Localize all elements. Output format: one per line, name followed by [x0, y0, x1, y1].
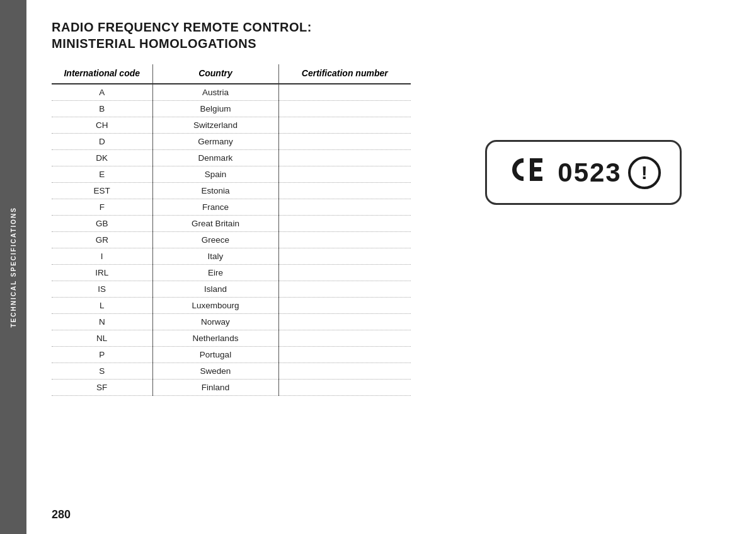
page-number: 280 [52, 504, 731, 521]
col-header-country: Country [152, 64, 278, 84]
table-row: IItaly [52, 248, 411, 265]
cell-intl-code: DK [52, 150, 152, 166]
table-row: IRLEire [52, 265, 411, 281]
table-row: ESpain [52, 166, 411, 183]
ce-logo [506, 153, 551, 192]
table-row: NNorway [52, 314, 411, 330]
cell-cert [278, 281, 411, 298]
cell-intl-code: NL [52, 330, 152, 347]
cell-cert [278, 330, 411, 347]
ce-number: 0523 [558, 158, 621, 188]
cell-intl-code: N [52, 314, 152, 330]
ce-symbol [506, 153, 551, 186]
content-area: International code Country Certification… [52, 64, 731, 498]
cell-intl-code: SF [52, 380, 152, 396]
table-row: ISIsland [52, 281, 411, 298]
table-row: SFFinland [52, 380, 411, 396]
table-row: SSweden [52, 363, 411, 380]
cell-country: Finland [152, 380, 278, 396]
cell-country: Denmark [152, 150, 278, 166]
cell-country: Great Britain [152, 216, 278, 232]
cell-country: Italy [152, 248, 278, 265]
cell-country: Norway [152, 314, 278, 330]
cell-cert [278, 150, 411, 166]
table-section: International code Country Certification… [52, 64, 411, 498]
cell-country: Portugal [152, 347, 278, 363]
cell-country: Luxembourg [152, 298, 278, 314]
table-row: PPortugal [52, 347, 411, 363]
cell-intl-code: B [52, 101, 152, 117]
table-row: GBGreat Britain [52, 216, 411, 232]
table-row: GRGreece [52, 232, 411, 248]
col-header-cert: Certification number [278, 64, 411, 84]
cell-country: Island [152, 281, 278, 298]
cell-country: Estonia [152, 183, 278, 199]
table-row: ESTEstonia [52, 183, 411, 199]
cell-country: Greece [152, 232, 278, 248]
cell-cert [278, 265, 411, 281]
cell-cert [278, 314, 411, 330]
cell-intl-code: A [52, 84, 152, 101]
table-row: CHSwitzerland [52, 117, 411, 134]
cell-intl-code: E [52, 166, 152, 183]
cell-intl-code: IS [52, 281, 152, 298]
cell-country: Eire [152, 265, 278, 281]
sidebar: TECHNICAL SPECIFICATIONS [0, 0, 26, 534]
cell-intl-code: P [52, 347, 152, 363]
cell-country: Sweden [152, 363, 278, 380]
cell-intl-code: GB [52, 216, 152, 232]
homologations-table: International code Country Certification… [52, 64, 411, 396]
cell-country: Netherlands [152, 330, 278, 347]
cell-cert [278, 101, 411, 117]
cell-country: Austria [152, 84, 278, 101]
cell-country: Spain [152, 166, 278, 183]
cell-cert [278, 134, 411, 150]
table-row: AAustria [52, 84, 411, 101]
cell-cert [278, 380, 411, 396]
cell-intl-code: F [52, 199, 152, 216]
sidebar-label: TECHNICAL SPECIFICATIONS [10, 207, 17, 328]
cell-cert [278, 248, 411, 265]
cell-intl-code: D [52, 134, 152, 150]
cell-cert [278, 232, 411, 248]
right-section: 0523 ! [436, 64, 731, 498]
table-row: LLuxembourg [52, 298, 411, 314]
page-title: RADIO FREQUENCY REMOTE CONTROL: MINISTER… [52, 19, 731, 52]
cell-intl-code: S [52, 363, 152, 380]
cell-cert [278, 363, 411, 380]
cell-country: Germany [152, 134, 278, 150]
cell-intl-code: I [52, 248, 152, 265]
cell-cert [278, 216, 411, 232]
cell-cert [278, 347, 411, 363]
cell-intl-code: EST [52, 183, 152, 199]
cell-country: France [152, 199, 278, 216]
exclamation-circle: ! [628, 156, 661, 189]
cell-cert [278, 117, 411, 134]
cell-intl-code: CH [52, 117, 152, 134]
table-row: FFrance [52, 199, 411, 216]
cell-country: Belgium [152, 101, 278, 117]
cell-cert [278, 199, 411, 216]
col-header-intl-code: International code [52, 64, 152, 84]
main-content: RADIO FREQUENCY REMOTE CONTROL: MINISTER… [26, 0, 756, 534]
cell-cert [278, 298, 411, 314]
cell-cert [278, 84, 411, 101]
table-row: NLNetherlands [52, 330, 411, 347]
cell-intl-code: IRL [52, 265, 152, 281]
table-row: DGermany [52, 134, 411, 150]
cell-cert [278, 183, 411, 199]
cell-country: Switzerland [152, 117, 278, 134]
cell-intl-code: L [52, 298, 152, 314]
ce-badge: 0523 ! [485, 140, 681, 205]
cell-intl-code: GR [52, 232, 152, 248]
table-row: BBelgium [52, 101, 411, 117]
table-row: DKDenmark [52, 150, 411, 166]
cell-cert [278, 166, 411, 183]
